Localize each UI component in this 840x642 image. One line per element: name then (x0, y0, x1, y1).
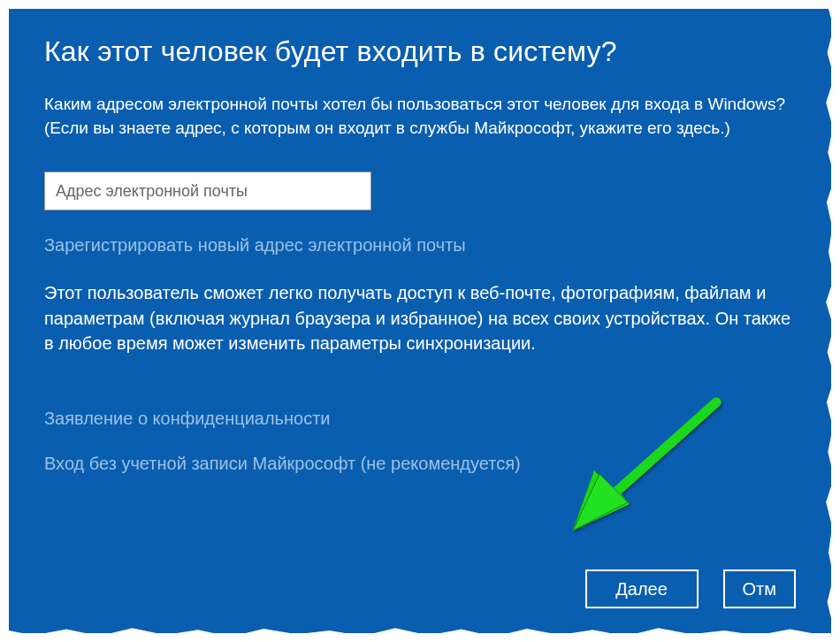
signin-without-ms-account-link[interactable]: Вход без учетной записи Майкрософт (не р… (44, 454, 796, 474)
svg-marker-1 (573, 476, 630, 531)
cancel-button[interactable]: Отм (723, 569, 796, 608)
next-button[interactable]: Далее (585, 569, 699, 608)
privacy-statement-link[interactable]: Заявление о конфиденциальности (44, 409, 796, 429)
button-row: Далее Отм (585, 569, 796, 608)
register-new-email-link[interactable]: Зарегистрировать новый адрес электронной… (44, 235, 796, 256)
sync-description: Этот пользователь сможет легко получать … (44, 280, 796, 355)
svg-marker-2 (573, 470, 622, 531)
dialog-window: Как этот человек будет входить в систему… (9, 9, 831, 633)
page-title: Как этот человек будет входить в систему… (44, 35, 796, 68)
email-field[interactable] (44, 172, 371, 210)
intro-description: Каким адресом электронной почты хотел бы… (44, 93, 796, 140)
svg-marker-3 (573, 474, 628, 531)
